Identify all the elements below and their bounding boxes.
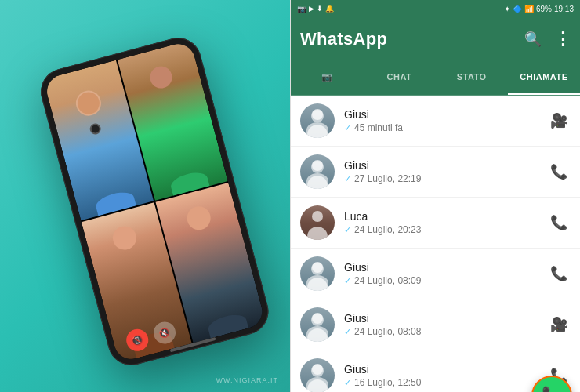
- checkmark-icon: ✓: [344, 378, 351, 388]
- video-call-icon[interactable]: 🎥: [547, 109, 571, 132]
- phone-call-icon[interactable]: 📞: [547, 160, 571, 183]
- video-call-icon[interactable]: 🎥: [547, 313, 571, 336]
- watermark: WW.NIGIARA.IT: [216, 376, 279, 384]
- call-detail: ✓ 24 Luglio, 08:09: [344, 275, 547, 286]
- status-bar-right: ✦ 🔷 📶 69% 19:13: [504, 5, 574, 13]
- call-item[interactable]: Giusi ✓ 16 Luglio, 12:50 📞 📞: [291, 350, 580, 392]
- call-detail: ✓ 27 Luglio, 22:19: [344, 173, 547, 184]
- call-detail: ✓ 24 Luglio, 20:23: [344, 224, 547, 235]
- header-icons: 🔍 ⋮: [524, 29, 571, 49]
- call-item[interactable]: Giusi ✓ 24 Luglio, 08:09 📞: [291, 249, 580, 299]
- status-download-icon: ⬇: [317, 5, 323, 13]
- call-info: Luca ✓ 24 Luglio, 20:23: [344, 210, 547, 235]
- wa-header: WhatsApp 🔍 ⋮: [291, 17, 580, 61]
- phone-fab-icon: 📞: [542, 386, 563, 392]
- checkmark-icon: ✓: [344, 174, 351, 184]
- call-info: Giusi ✓ 27 Luglio, 22:19: [344, 159, 547, 184]
- status-camera-icon: 📷: [297, 5, 306, 13]
- call-time: 27 Luglio, 22:19: [354, 173, 421, 184]
- search-icon[interactable]: 🔍: [524, 31, 542, 48]
- wifi-icon: 🔷: [513, 5, 522, 13]
- tab-chat[interactable]: CHAT: [363, 61, 435, 95]
- avatar: [300, 307, 335, 342]
- tab-chiamate[interactable]: CHIAMATE: [508, 61, 580, 95]
- checkmark-icon: ✓: [344, 225, 351, 235]
- phone-screen: 📵 🔇: [43, 40, 266, 362]
- call-time: 45 minuti fa: [354, 122, 403, 133]
- app-title: WhatsApp: [300, 29, 524, 49]
- call-item[interactable]: Giusi ✓ 27 Luglio, 22:19 📞: [291, 147, 580, 198]
- contact-name: Giusi: [344, 108, 547, 121]
- avatar: [300, 205, 335, 240]
- battery-text: 69%: [536, 5, 552, 13]
- call-time: 24 Luglio, 20:23: [354, 224, 421, 235]
- contact-name: Giusi: [344, 159, 547, 172]
- call-info: Giusi ✓ 24 Luglio, 08:08: [344, 312, 547, 337]
- chiamate-tab-label: CHIAMATE: [520, 72, 567, 82]
- call-info: Giusi ✓ 24 Luglio, 08:09: [344, 261, 547, 286]
- contact-name: Giusi: [344, 261, 547, 274]
- phone-frame: 📵 🔇: [35, 33, 274, 371]
- call-time: 24 Luglio, 08:08: [354, 326, 421, 337]
- contact-name: Giusi: [344, 363, 547, 376]
- phone-call-icon[interactable]: 📞: [547, 211, 571, 234]
- signal-icon: 📶: [524, 5, 534, 13]
- call-item[interactable]: Giusi ✓ 24 Luglio, 08:08 🎥: [291, 299, 580, 350]
- call-time: 24 Luglio, 08:09: [354, 275, 421, 286]
- avatar: [300, 358, 335, 392]
- phone-call-icon[interactable]: 📞: [547, 262, 571, 285]
- camera-tab-icon: 📷: [321, 72, 333, 82]
- tab-camera[interactable]: 📷: [291, 61, 363, 95]
- avatar: [300, 154, 335, 189]
- call-info: Giusi ✓ 16 Luglio, 12:50: [344, 363, 547, 388]
- call-item[interactable]: Giusi ✓ 45 minuti fa 🎥: [291, 96, 580, 147]
- left-panel: 📵 🔇 WW.NIGIARA.IT: [0, 0, 290, 392]
- call-detail: ✓ 45 minuti fa: [344, 122, 547, 133]
- more-options-icon[interactable]: ⋮: [554, 29, 571, 49]
- call-time: 16 Luglio, 12:50: [354, 377, 421, 388]
- contact-name: Giusi: [344, 312, 547, 325]
- checkmark-icon: ✓: [344, 123, 351, 133]
- avatar: [300, 256, 335, 291]
- bluetooth-icon: ✦: [504, 5, 510, 13]
- call-info: Giusi ✓ 45 minuti fa: [344, 108, 547, 133]
- checkmark-icon: ✓: [344, 327, 351, 337]
- right-panel: 📷 ▶ ⬇ 🔔 ✦ 🔷 📶 69% 19:13 WhatsApp 🔍 ⋮ 📷 C…: [290, 0, 580, 392]
- chat-tab-label: CHAT: [387, 72, 412, 82]
- status-bar-left: 📷 ▶ ⬇ 🔔: [297, 5, 334, 13]
- status-play-icon: ▶: [309, 5, 314, 13]
- tab-bar: 📷 CHAT STATO CHIAMATE: [291, 61, 580, 96]
- call-list: Giusi ✓ 45 minuti fa 🎥 Giusi ✓ 27 Luglio…: [291, 96, 580, 392]
- avatar: [300, 103, 335, 138]
- status-sound-icon: 🔔: [325, 5, 334, 13]
- time-display: 19:13: [554, 5, 574, 13]
- stato-tab-label: STATO: [457, 72, 487, 82]
- call-detail: ✓ 24 Luglio, 08:08: [344, 326, 547, 337]
- contact-name: Luca: [344, 210, 547, 223]
- call-detail: ✓ 16 Luglio, 12:50: [344, 377, 547, 388]
- call-item[interactable]: Luca ✓ 24 Luglio, 20:23 📞: [291, 198, 580, 249]
- tab-stato[interactable]: STATO: [436, 61, 508, 95]
- checkmark-icon: ✓: [344, 276, 351, 286]
- status-bar: 📷 ▶ ⬇ 🔔 ✦ 🔷 📶 69% 19:13: [291, 0, 580, 17]
